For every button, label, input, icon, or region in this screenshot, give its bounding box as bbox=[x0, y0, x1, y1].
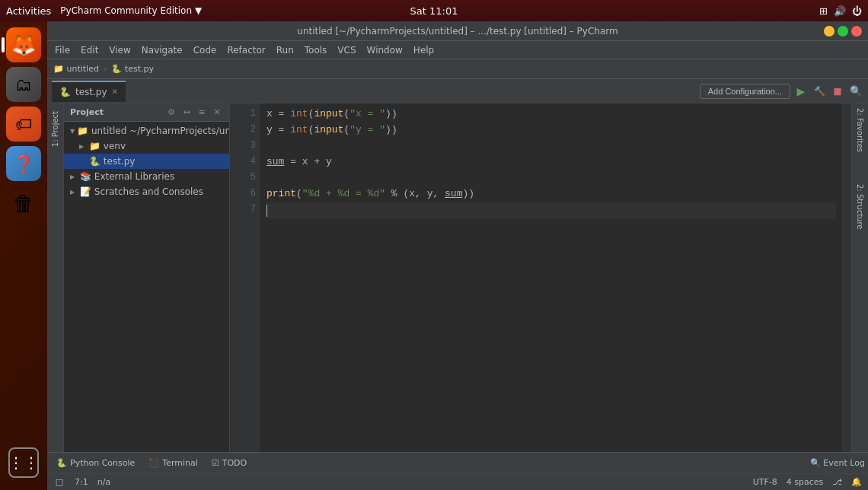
app-menu-arrow: ▼ bbox=[195, 5, 202, 16]
tree-arrow bbox=[79, 158, 87, 165]
structure-strip-label[interactable]: 2: Structure bbox=[854, 180, 866, 234]
tree-item-scratches[interactable]: ▶ 📝 Scratches and Consoles bbox=[64, 184, 229, 199]
tab-file-icon: 🐍 bbox=[59, 87, 71, 97]
project-side-strip: 1: Project bbox=[47, 103, 64, 452]
maximize-button[interactable] bbox=[838, 26, 848, 37]
dock-item-firefox[interactable]: 🦊 bbox=[6, 27, 41, 62]
bottom-tab-todo[interactable]: ☑ TODO bbox=[206, 454, 253, 473]
breadcrumb-testpy[interactable]: 🐍 test.py bbox=[111, 64, 154, 74]
menu-code[interactable]: Code bbox=[189, 43, 222, 57]
line-numbers: 1 2 3 4 5 6 7 bbox=[230, 103, 260, 452]
app-name-label: PyCharm Community Edition bbox=[60, 5, 192, 16]
bottom-tabs-bar: 🐍 Python Console ⬛ Terminal ☑ TODO 🔍 Eve… bbox=[47, 452, 868, 473]
ubuntu-icon: 🏷 bbox=[15, 115, 32, 134]
code-editor[interactable]: x = int(input("x = ")) y = int(input("y … bbox=[260, 103, 842, 452]
event-log-button[interactable]: 🔍 Event Log bbox=[810, 458, 865, 468]
tree-item-testpy[interactable]: 🐍 test.py bbox=[64, 154, 229, 169]
taskbar-clock: Sat 11:01 bbox=[410, 5, 458, 17]
tree-label: 📁 venv bbox=[89, 141, 126, 151]
dock-item-files[interactable]: 🗂 bbox=[6, 67, 41, 102]
todo-icon: ☑ bbox=[212, 458, 219, 468]
taskbar: Activities PyCharm Community Edition ▼ S… bbox=[0, 0, 868, 21]
power-icon: ⏻ bbox=[852, 5, 862, 17]
code-container[interactable]: 1 2 3 4 5 6 7 x = int(input("x = ")) bbox=[230, 103, 851, 452]
code-line-2: y = int(input("y = ")) bbox=[266, 123, 836, 138]
tree-arrow: ▼ bbox=[70, 128, 75, 135]
editor-area[interactable]: 1 2 3 4 5 6 7 x = int(input("x = ")) bbox=[230, 103, 851, 452]
application-dock: 🦊 🗂 🏷 ❓ 🗑 ⋮⋮ bbox=[0, 21, 47, 490]
tab-close-button[interactable]: ✕ bbox=[112, 88, 118, 96]
tree-arrow: ▶ bbox=[70, 173, 78, 180]
activities-button[interactable]: Activities bbox=[6, 5, 51, 17]
favorites-strip-label[interactable]: 2: Favorites bbox=[854, 103, 866, 157]
window-controls bbox=[824, 26, 862, 37]
terminal-label: Terminal bbox=[162, 458, 198, 468]
menu-vcs[interactable]: VCS bbox=[333, 43, 360, 57]
dock-item-help[interactable]: ❓ bbox=[6, 146, 41, 181]
project-strip-label[interactable]: 1: Project bbox=[49, 107, 61, 151]
search-small-icon: 🔍 bbox=[810, 458, 821, 468]
menu-help[interactable]: Help bbox=[409, 43, 439, 57]
bottom-tab-python-console[interactable]: 🐍 Python Console bbox=[50, 454, 141, 473]
menu-window[interactable]: Window bbox=[362, 43, 407, 57]
tab-label: test.py bbox=[75, 87, 107, 97]
panel-collapse-icon[interactable]: ↔ bbox=[180, 107, 193, 119]
status-encoding[interactable]: UTF-8 bbox=[753, 477, 777, 487]
stop-button[interactable]: ■ bbox=[830, 84, 845, 99]
breadcrumb-untitled[interactable]: 📁 untitled bbox=[53, 64, 99, 74]
notifications-icon[interactable]: 🔔 bbox=[851, 477, 862, 487]
breadcrumb-separator: › bbox=[104, 64, 107, 74]
pycharm-window: untitled [~/PycharmProjects/untitled] – … bbox=[47, 21, 868, 490]
tree-label: 📝 Scratches and Consoles bbox=[80, 186, 203, 197]
tree-item-venv[interactable]: ▶ 📁 venv bbox=[64, 138, 229, 154]
tree-label: 📁 untitled ~/PycharmProjects/untitle... bbox=[77, 126, 229, 136]
toolbar: 🐍 test.py ✕ Add Configuration... ▶ 🔨 ■ 🔍 bbox=[47, 79, 868, 103]
help-icon: ❓ bbox=[14, 154, 34, 173]
project-panel-title: Project bbox=[70, 107, 162, 117]
dock-item-trash[interactable]: 🗑 bbox=[6, 186, 41, 221]
code-line-3 bbox=[266, 138, 836, 154]
dock-item-software[interactable]: 🏷 bbox=[6, 107, 41, 142]
firefox-icon: 🦊 bbox=[11, 33, 36, 56]
tree-arrow: ▶ bbox=[79, 143, 87, 150]
panel-settings-icon[interactable]: ⚙ bbox=[165, 107, 177, 119]
panel-hide-status-button[interactable]: □ bbox=[53, 476, 65, 488]
code-line-6: print("%d + %d = %d" % (x, y, sum)) bbox=[266, 186, 836, 202]
bottom-tab-terminal[interactable]: ⬛ Terminal bbox=[142, 454, 204, 473]
search-button[interactable]: 🔍 bbox=[848, 84, 863, 99]
dock-item-apps[interactable]: ⋮⋮ bbox=[8, 447, 39, 478]
menu-edit[interactable]: Edit bbox=[76, 43, 103, 57]
menu-view[interactable]: View bbox=[104, 43, 135, 57]
panel-hide-icon[interactable]: ✕ bbox=[211, 107, 223, 119]
add-configuration-button[interactable]: Add Configuration... bbox=[700, 84, 790, 99]
project-panel-header: Project ⚙ ↔ ≡ ✕ bbox=[64, 103, 229, 122]
taskbar-right: ⊞ 🔊 ⏻ bbox=[819, 5, 862, 17]
window-title: untitled [~/PycharmProjects/untitled] – … bbox=[297, 26, 617, 37]
code-line-4: sum = x + y bbox=[266, 154, 836, 170]
menu-run[interactable]: Run bbox=[272, 43, 298, 57]
menu-file[interactable]: File bbox=[50, 43, 75, 57]
editor-tab-testpy[interactable]: 🐍 test.py ✕ bbox=[52, 81, 126, 102]
code-line-1: x = int(input("x = ")) bbox=[266, 107, 836, 123]
menu-tools[interactable]: Tools bbox=[300, 43, 332, 57]
breadcrumb-bar: 📁 untitled › 🐍 test.py bbox=[47, 59, 868, 79]
main-area: 1: Project Project ⚙ ↔ ≡ ✕ ▼ 📁 untitled … bbox=[47, 103, 868, 452]
build-button[interactable]: 🔨 bbox=[812, 84, 827, 99]
right-gutter bbox=[842, 103, 851, 452]
tab-bar: 🐍 test.py ✕ bbox=[52, 81, 697, 102]
status-separator: n/a bbox=[97, 477, 110, 487]
taskbar-app[interactable]: PyCharm Community Edition ▼ bbox=[60, 5, 202, 16]
menu-navigate[interactable]: Navigate bbox=[137, 43, 187, 57]
run-button[interactable]: ▶ bbox=[793, 84, 809, 99]
close-button[interactable] bbox=[851, 26, 862, 37]
desktop: 🦊 🗂 🏷 ❓ 🗑 ⋮⋮ untitled [~/PycharmProjects… bbox=[0, 21, 868, 490]
menu-refactor[interactable]: Refactor bbox=[222, 43, 270, 57]
tree-item-external-libs[interactable]: ▶ 📚 External Libraries bbox=[64, 169, 229, 184]
tree-item-project-root[interactable]: ▼ 📁 untitled ~/PycharmProjects/untitle..… bbox=[64, 123, 229, 138]
todo-label: TODO bbox=[222, 458, 247, 468]
python-console-icon: 🐍 bbox=[56, 458, 67, 468]
panel-options-icon[interactable]: ≡ bbox=[196, 107, 208, 119]
status-indent[interactable]: 4 spaces bbox=[787, 477, 824, 487]
menu-bar: File Edit View Navigate Code Refactor Ru… bbox=[47, 41, 868, 59]
minimize-button[interactable] bbox=[824, 26, 834, 37]
